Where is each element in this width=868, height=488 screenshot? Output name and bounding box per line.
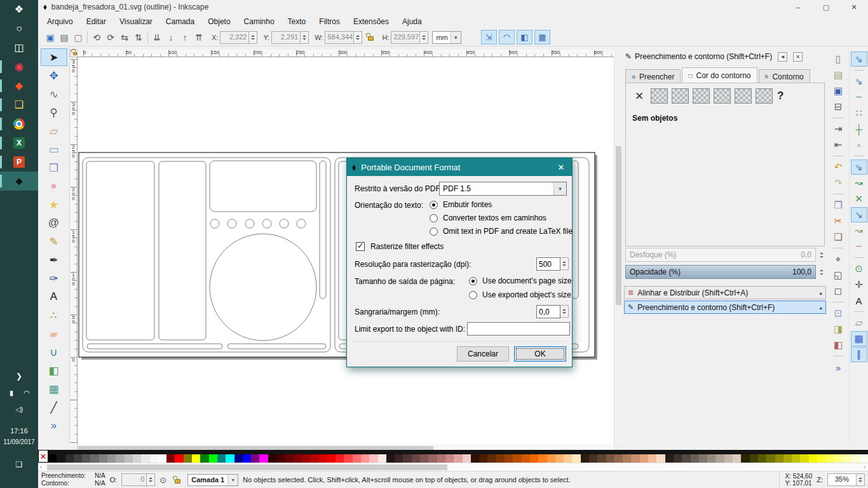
x-field[interactable]: 2,322 bbox=[220, 31, 257, 44]
scrollbar-thumb[interactable] bbox=[47, 464, 447, 470]
taskbar-excel[interactable]: X bbox=[0, 133, 38, 152]
eraser-tool[interactable]: ▰ bbox=[41, 325, 67, 342]
taskbar-inkscape[interactable]: ⬥ bbox=[0, 172, 38, 191]
dropper-tool[interactable]: ╱ bbox=[41, 398, 67, 416]
palette-swatch[interactable] bbox=[428, 454, 437, 463]
palette-swatch[interactable] bbox=[251, 454, 259, 463]
palette-swatch[interactable] bbox=[691, 454, 699, 463]
palette-swatch[interactable] bbox=[530, 454, 538, 463]
snap-path-intersections-toggle[interactable]: ✕ bbox=[851, 191, 867, 207]
blur-spin-buttons[interactable] bbox=[817, 248, 826, 262]
opacity-slider[interactable]: Opacidade (%) 100,0 bbox=[625, 265, 816, 279]
scrollbar-thumb[interactable] bbox=[616, 146, 621, 305]
palette-swatch[interactable] bbox=[259, 454, 268, 463]
palette-swatch[interactable] bbox=[175, 454, 183, 463]
taskbar-powerpoint[interactable]: P bbox=[0, 152, 38, 172]
snap-smooth-nodes-toggle[interactable]: ↝ bbox=[851, 223, 867, 238]
h-field[interactable]: 229,597 bbox=[391, 31, 428, 44]
palette-swatch[interactable] bbox=[437, 454, 445, 463]
palette-swatch[interactable] bbox=[395, 454, 403, 463]
palette-swatch[interactable] bbox=[631, 454, 639, 463]
paint-pattern-button[interactable] bbox=[714, 88, 731, 104]
save-document-button[interactable]: ▣ bbox=[830, 83, 846, 98]
palette-swatch[interactable] bbox=[648, 454, 656, 463]
cut-button[interactable]: ✂ bbox=[830, 214, 846, 229]
unlink-clone-button[interactable]: ◧ bbox=[830, 337, 846, 353]
snap-cusp-nodes-toggle[interactable]: ↘ bbox=[851, 207, 867, 222]
palette-swatch[interactable] bbox=[733, 454, 741, 463]
export-button[interactable]: ⇤ bbox=[830, 137, 846, 152]
palette-swatch[interactable] bbox=[505, 454, 513, 463]
transform-gradients-toggle[interactable]: ◧ bbox=[517, 30, 532, 44]
palette-swatch[interactable] bbox=[454, 454, 462, 463]
palette-swatch[interactable] bbox=[513, 454, 521, 463]
measure-tool[interactable]: ▱ bbox=[41, 122, 67, 140]
w-spin-buttons[interactable] bbox=[354, 31, 362, 44]
rectangle-tool[interactable]: ▭ bbox=[41, 140, 67, 158]
clock-date[interactable]: 11/09/2017 bbox=[0, 438, 38, 445]
palette-swatch[interactable] bbox=[589, 454, 597, 463]
snap-text-baseline-toggle[interactable]: A bbox=[851, 293, 867, 308]
taskbar-chrome[interactable]: ● bbox=[0, 114, 38, 133]
palette-swatch[interactable] bbox=[48, 454, 57, 463]
palette-scrollbar[interactable]: ‹ › bbox=[38, 463, 868, 471]
palette-scroll-right-icon[interactable]: › bbox=[864, 464, 865, 470]
palette-swatch[interactable] bbox=[445, 454, 454, 463]
selector-tool[interactable]: ➤ bbox=[41, 48, 67, 66]
zoom-spin-buttons[interactable] bbox=[857, 473, 865, 486]
transform-patterns-toggle[interactable]: ▦ bbox=[534, 30, 550, 44]
palette-swatch[interactable] bbox=[310, 454, 318, 463]
dock-fill-stroke[interactable]: ✎ Preenchimento e contorno (Shift+Ctrl+F… bbox=[624, 301, 826, 314]
menu-ajuda[interactable]: Ajuda bbox=[402, 17, 422, 26]
palette-swatch[interactable] bbox=[564, 454, 572, 463]
taskbar-explorer[interactable]: ❑ bbox=[0, 95, 38, 114]
dock-align-distribute[interactable]: ≣ Alinhar e Distribuir (Shift+Ctrl+A) ▴ bbox=[624, 286, 826, 299]
dpi-field[interactable]: 500 bbox=[536, 257, 569, 271]
action-center-icon[interactable]: ❏ bbox=[0, 460, 38, 469]
palette-swatch[interactable] bbox=[209, 454, 217, 463]
y-field[interactable]: 2,291 bbox=[271, 31, 309, 44]
wifi-icon[interactable]: ◠ bbox=[8, 389, 46, 397]
bleed-spin-buttons[interactable] bbox=[560, 305, 569, 318]
gradient-tool[interactable]: ◧ bbox=[41, 362, 67, 379]
palette-swatch[interactable] bbox=[572, 454, 580, 463]
dpi-spin-buttons[interactable] bbox=[560, 257, 569, 270]
ellipse-tool[interactable]: ● bbox=[41, 177, 67, 195]
tab-stroke-paint[interactable]: □ Cor do contorno bbox=[682, 67, 757, 83]
palette-swatch[interactable] bbox=[487, 454, 496, 463]
palette-swatch[interactable] bbox=[344, 454, 352, 463]
palette-swatch[interactable] bbox=[268, 454, 276, 463]
paint-bucket-tool[interactable]: ∪ bbox=[41, 343, 67, 361]
paint-unknown-button[interactable]: ? bbox=[777, 90, 783, 102]
palette-swatch[interactable] bbox=[775, 454, 783, 463]
tab-fill[interactable]: ■ Preencher bbox=[625, 69, 681, 83]
raise-to-top-button[interactable]: ⇈ bbox=[192, 30, 206, 44]
palette-swatch[interactable] bbox=[361, 454, 369, 463]
close-button[interactable]: ✕ bbox=[840, 0, 868, 14]
palette-swatch[interactable] bbox=[800, 454, 808, 463]
fill-value[interactable]: N/A bbox=[95, 472, 105, 480]
spiral-tool[interactable]: @ bbox=[41, 214, 67, 232]
palette-swatch[interactable] bbox=[285, 454, 293, 463]
panel-close-button[interactable]: ✕ bbox=[793, 52, 803, 62]
paint-none-button[interactable]: ✕ bbox=[632, 90, 646, 103]
zoom-selection-button[interactable]: ⌖ bbox=[830, 252, 846, 267]
palette-swatch[interactable] bbox=[640, 454, 648, 463]
flip-vertical-button[interactable]: ⇅ bbox=[132, 30, 146, 44]
snap-bbox-corners-toggle[interactable]: ∷ bbox=[851, 105, 867, 121]
palette-swatch[interactable] bbox=[378, 454, 386, 463]
palette-swatch[interactable] bbox=[226, 454, 234, 463]
rasterize-filters-checkbox[interactable]: Rasterize filter effects bbox=[356, 242, 444, 251]
palette-swatch[interactable] bbox=[843, 454, 851, 463]
snap-paths-toggle[interactable]: ↝ bbox=[851, 175, 867, 191]
opacity-field[interactable]: 0 bbox=[121, 473, 155, 486]
cancel-button[interactable]: Cancelar bbox=[457, 346, 509, 362]
palette-swatch[interactable] bbox=[116, 454, 124, 463]
menu-camada[interactable]: Camada bbox=[166, 17, 194, 26]
h-spin-buttons[interactable] bbox=[420, 31, 428, 44]
bleed-field[interactable]: 0,0 bbox=[536, 305, 569, 318]
palette-scroll-left-icon[interactable]: ‹ bbox=[40, 464, 42, 470]
palette-swatch[interactable] bbox=[766, 454, 775, 463]
palette-swatch[interactable] bbox=[750, 454, 758, 463]
palette-swatch[interactable] bbox=[597, 454, 606, 463]
